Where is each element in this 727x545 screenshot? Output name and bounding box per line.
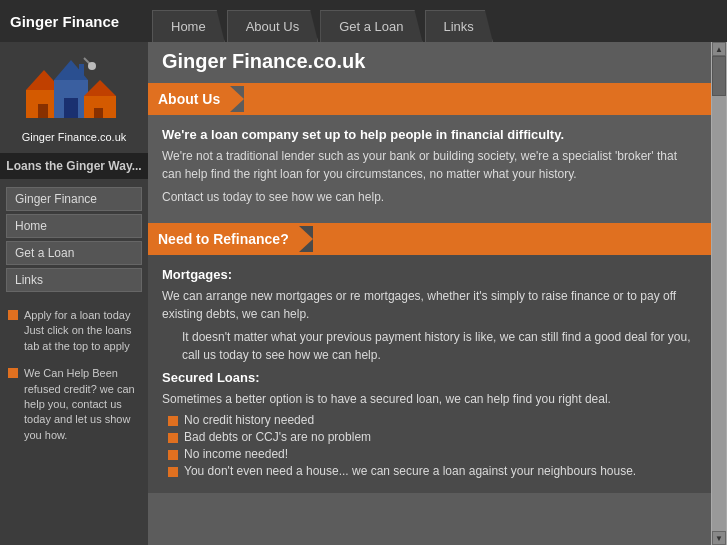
- nav-get-loan[interactable]: Get a Loan: [320, 10, 422, 42]
- list-text-1: Bad debts or CCJ's are no problem: [184, 430, 371, 444]
- section2-body: Mortgages: We can arrange new mortgages …: [148, 255, 711, 493]
- main-body: Ginger Finance.co.uk Loans the Ginger Wa…: [0, 42, 727, 545]
- brand-name: Ginger Finance: [0, 0, 148, 42]
- secured-text: Sometimes a better option is to have a s…: [162, 390, 697, 408]
- nav-home[interactable]: Home: [152, 10, 225, 42]
- content-header: Ginger Finance.co.uk: [148, 42, 711, 83]
- svg-rect-11: [94, 108, 103, 118]
- sidebar-tagline: Loans the Ginger Way...: [0, 153, 148, 179]
- scroll-down-button[interactable]: ▼: [712, 531, 726, 545]
- section1-header-label: About Us: [158, 91, 220, 107]
- list-bullet-3: [168, 467, 178, 477]
- section1-bold: We're a loan company set up to help peop…: [162, 127, 697, 142]
- sidebar-logo-text: Ginger Finance.co.uk: [22, 131, 127, 143]
- list-bullet-2: [168, 450, 178, 460]
- sidebar-info-text-1: Apply for a loan today Just click on the…: [24, 308, 140, 354]
- section2-header-bar: Need to Refinance?: [148, 223, 711, 255]
- secured-header: Secured Loans:: [162, 370, 697, 385]
- section1-para2: Contact us today to see how we can help.: [162, 188, 697, 206]
- scroll-up-button[interactable]: ▲: [712, 42, 726, 56]
- header: Ginger Finance Home About Us Get a Loan …: [0, 0, 727, 42]
- section1-body: We're a loan company set up to help peop…: [148, 115, 711, 223]
- list-item-1: Bad debts or CCJ's are no problem: [168, 430, 697, 444]
- orange-bullet-1: [8, 310, 18, 320]
- nav-tabs: Home About Us Get a Loan Links: [152, 0, 495, 42]
- mortgages-text1: We can arrange new mortgages or re mortg…: [162, 287, 697, 323]
- sidebar-logo: Ginger Finance.co.uk: [0, 42, 148, 153]
- sidebar-item-home[interactable]: Home: [6, 214, 142, 238]
- list-item-0: No credit history needed: [168, 413, 697, 427]
- list-item-2: No income needed!: [168, 447, 697, 461]
- list-text-3: You don't even need a house... we can se…: [184, 464, 636, 478]
- nav-about[interactable]: About Us: [227, 10, 318, 42]
- section1-header-bar: About Us: [148, 83, 711, 115]
- nav-links[interactable]: Links: [425, 10, 493, 42]
- scroll-track[interactable]: [712, 56, 726, 531]
- mortgages-text2: It doesn't matter what your previous pay…: [182, 328, 697, 364]
- content-title: Ginger Finance.co.uk: [162, 50, 697, 73]
- scroll-thumb[interactable]: [712, 56, 726, 96]
- orange-bullet-2: [8, 368, 18, 378]
- sidebar-info-block-1: Apply for a loan today Just click on the…: [8, 308, 140, 354]
- svg-rect-2: [38, 104, 48, 118]
- sidebar: Ginger Finance.co.uk Loans the Ginger Wa…: [0, 42, 148, 545]
- list-bullet-1: [168, 433, 178, 443]
- sidebar-item-get-a-loan[interactable]: Get a Loan: [6, 241, 142, 265]
- sidebar-item-links[interactable]: Links: [6, 268, 142, 292]
- sidebar-menu: Ginger Finance Home Get a Loan Links: [0, 179, 148, 300]
- list-bullet-0: [168, 416, 178, 426]
- list-text-0: No credit history needed: [184, 413, 314, 427]
- list-text-2: No income needed!: [184, 447, 288, 461]
- sidebar-info: Apply for a loan today Just click on the…: [0, 300, 148, 463]
- section2-header-label: Need to Refinance?: [158, 231, 289, 247]
- list-item-3: You don't even need a house... we can se…: [168, 464, 697, 478]
- sidebar-item-ginger-finance[interactable]: Ginger Finance: [6, 187, 142, 211]
- section1-header-triangle: [230, 86, 244, 112]
- section1-para1: We're not a traditional lender such as y…: [162, 147, 697, 183]
- sidebar-info-text-2: We Can Help Been refused credit? we can …: [24, 366, 140, 443]
- sidebar-info-block-2: We Can Help Been refused credit? we can …: [8, 366, 140, 443]
- content-area: Ginger Finance.co.uk About Us We're a lo…: [148, 42, 711, 545]
- svg-rect-6: [79, 64, 84, 78]
- svg-marker-10: [84, 80, 116, 96]
- scrollbar[interactable]: ▲ ▼: [711, 42, 727, 545]
- svg-rect-5: [64, 98, 78, 118]
- logo-houses-svg: [24, 52, 124, 127]
- mortgages-header: Mortgages:: [162, 267, 697, 282]
- svg-point-8: [88, 62, 96, 70]
- section2-header-triangle: [299, 226, 313, 252]
